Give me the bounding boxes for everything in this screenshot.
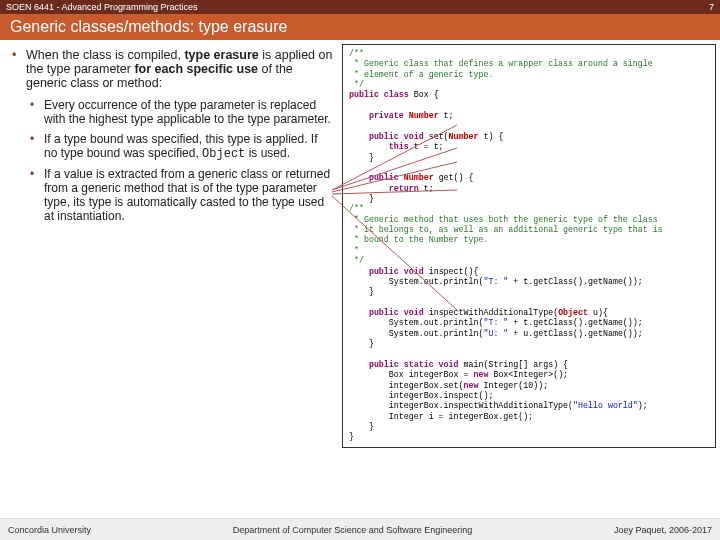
right-column: /** * Generic class that defines a wrapp… — [342, 40, 720, 516]
sub-bullet-1: • Every occurrence of the type parameter… — [30, 98, 334, 126]
code-line: * it belongs to, as well as an additiona… — [349, 225, 663, 234]
bullet-dot-icon: • — [12, 48, 26, 90]
code-line: * — [349, 246, 359, 255]
code: public void — [349, 308, 429, 317]
code: return — [349, 184, 424, 193]
code: } — [349, 422, 374, 431]
page-number: 7 — [709, 2, 714, 12]
code: this — [349, 142, 409, 151]
bold: type erasure — [184, 48, 258, 62]
footer-left: Concordia University — [8, 525, 91, 535]
code: System.out.println( — [349, 318, 483, 327]
footer: Concordia University Department of Compu… — [0, 518, 720, 540]
code: Box { — [414, 90, 439, 99]
code: set( — [429, 132, 449, 141]
course-code: SOEN 6441 - Advanced Programming Practic… — [6, 2, 198, 12]
sub-bullet-2: • If a type bound was specified, this ty… — [30, 132, 334, 161]
main-bullet: • When the class is compiled, type erasu… — [12, 48, 334, 90]
code: new — [473, 370, 493, 379]
code: integerBox.inspect(); — [349, 391, 493, 400]
code: Number — [404, 173, 439, 182]
code-line: * element of a generic type. — [349, 70, 493, 79]
code-line: /** — [349, 204, 364, 213]
code-line: * Generic method that uses both the gene… — [349, 215, 658, 224]
sub-bullet-text: Every occurrence of the type parameter i… — [44, 98, 334, 126]
code: integerBox.set( — [349, 381, 464, 390]
footer-right: Joey Paquet, 2006-2017 — [614, 525, 712, 535]
code: public class — [349, 90, 414, 99]
inline-code: Object — [202, 147, 245, 161]
code: Integer(10)); — [483, 381, 548, 390]
code: inspectWithAdditionalType( — [429, 308, 558, 317]
code-line: */ — [349, 256, 364, 265]
code: } — [349, 432, 354, 441]
sub-bullet-text: If a type bound was specified, this type… — [44, 132, 334, 161]
code: Integer i = integerBox.get(); — [349, 412, 533, 421]
sub-bullet-3: • If a value is extracted from a generic… — [30, 167, 334, 223]
code: "T: " — [483, 318, 508, 327]
bullet-dot-icon: • — [30, 132, 44, 161]
bullet-dot-icon: • — [30, 98, 44, 126]
code-line: * bound to the Number type. — [349, 235, 488, 244]
text: is used. — [245, 146, 290, 160]
code: ); — [638, 401, 648, 410]
code: + u.getClass().getName()); — [508, 329, 642, 338]
code: Number — [449, 132, 484, 141]
code: + t.getClass().getName()); — [508, 277, 642, 286]
code-line: * Generic class that defines a wrapper c… — [349, 59, 653, 68]
code: t; — [424, 184, 434, 193]
code: "Hello world" — [573, 401, 638, 410]
code: System.out.println( — [349, 329, 483, 338]
code: u){ — [593, 308, 608, 317]
bullet-dot-icon: • — [30, 167, 44, 223]
sub-bullet-text: If a value is extracted from a generic c… — [44, 167, 334, 223]
code-line: /** — [349, 49, 364, 58]
code: "U: " — [483, 329, 508, 338]
code: main(String[] args) { — [464, 360, 569, 369]
bold: for each specific use — [134, 62, 258, 76]
code: Object — [558, 308, 593, 317]
code: get() { — [439, 173, 474, 182]
content-area: • When the class is compiled, type erasu… — [0, 40, 720, 516]
code: Box<Integer>(); — [493, 370, 568, 379]
code: t) { — [483, 132, 503, 141]
code: "T: " — [483, 277, 508, 286]
code: new — [464, 381, 484, 390]
code: .t = t; — [409, 142, 444, 151]
code: } — [349, 194, 374, 203]
code: System.out.println( — [349, 277, 483, 286]
code: public static void — [349, 360, 464, 369]
code: public — [349, 173, 404, 182]
header-bar: SOEN 6441 - Advanced Programming Practic… — [0, 0, 720, 14]
main-bullet-text: When the class is compiled, type erasure… — [26, 48, 334, 90]
code: inspect(){ — [429, 267, 479, 276]
code: Box integerBox = — [349, 370, 473, 379]
code: Number — [409, 111, 444, 120]
code: integerBox.inspectWithAdditionalType( — [349, 401, 573, 410]
title-text: Generic classes/methods: type erasure — [10, 18, 287, 36]
code: + t.getClass().getName()); — [508, 318, 642, 327]
left-column: • When the class is compiled, type erasu… — [0, 40, 342, 516]
code-line: */ — [349, 80, 364, 89]
code: } — [349, 339, 374, 348]
slide-title: Generic classes/methods: type erasure — [0, 14, 720, 40]
code: public void — [349, 267, 429, 276]
text: When the class is compiled, — [26, 48, 184, 62]
code-box: /** * Generic class that defines a wrapp… — [342, 44, 716, 448]
code: public void — [349, 132, 429, 141]
code: } — [349, 153, 374, 162]
code: } — [349, 287, 374, 296]
footer-center: Department of Computer Science and Softw… — [233, 525, 473, 535]
code: t; — [444, 111, 454, 120]
code: private — [349, 111, 409, 120]
